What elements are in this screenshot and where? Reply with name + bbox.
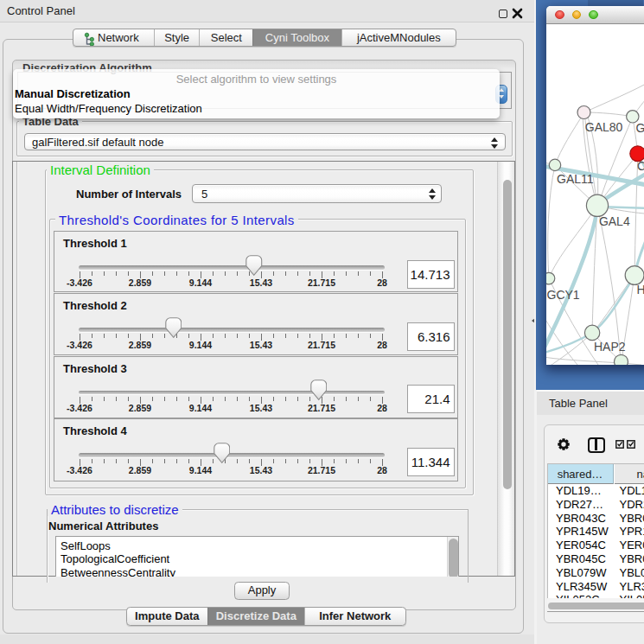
svg-text:GAL11: GAL11 [557,172,594,186]
svg-text:GAL80: GAL80 [584,120,622,134]
svg-text:HAP2: HAP2 [594,340,626,354]
svg-text:GCY1: GCY1 [546,288,579,302]
svg-text:GAL4: GAL4 [598,214,629,228]
svg-text:GAL3: GAL3 [635,121,644,135]
svg-text:HIS: HIS [636,283,644,296]
svg-text:CDC: CDC [637,159,644,173]
